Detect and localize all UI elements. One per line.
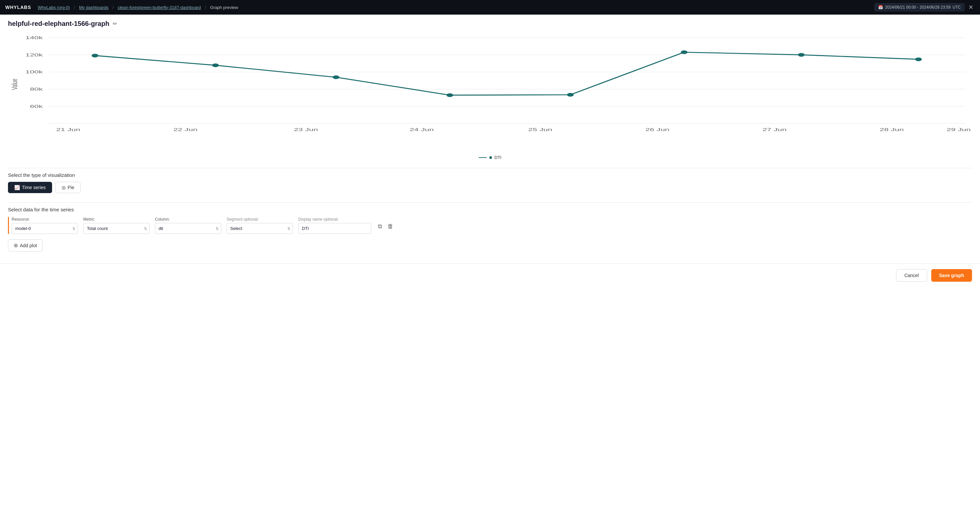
edit-icon[interactable]: ✏	[113, 21, 117, 27]
column-select-wrapper: dti	[155, 223, 221, 234]
topnav: WHYLABS WhyLabs (org-0) / My dashboards …	[0, 0, 980, 14]
time-series-label: Time series	[22, 185, 46, 190]
pie-icon: ◎	[62, 185, 66, 190]
logo: WHYLABS	[5, 5, 31, 10]
breadcrumb-current: Graph preview	[210, 5, 238, 10]
breadcrumb-sep-1: /	[73, 5, 76, 10]
date-range-box[interactable]: 📅 2024/06/21 00:00 - 2024/06/28 23:59 UT…	[875, 3, 964, 11]
close-button[interactable]: ✕	[967, 2, 975, 12]
svg-text:29 Jun: 29 Jun	[947, 127, 971, 132]
svg-text:28 Jun: 28 Jun	[880, 127, 904, 132]
svg-point-16	[567, 93, 574, 97]
chart-legend: DTI	[8, 155, 972, 160]
resource-label: Resource:	[12, 217, 78, 221]
svg-text:60k: 60k	[30, 104, 43, 109]
svg-point-19	[915, 57, 922, 61]
breadcrumb-sep-3: /	[204, 5, 208, 10]
legend-line	[479, 157, 487, 158]
segment-select[interactable]: Select	[227, 223, 293, 234]
calendar-icon: 📅	[878, 5, 883, 10]
svg-text:27 Jun: 27 Jun	[762, 127, 787, 132]
pie-label: Pie	[68, 185, 74, 190]
viz-section-label: Select the type of visualization	[8, 172, 972, 178]
metric-label: Metric:	[83, 217, 150, 221]
resource-select-wrapper: model-0	[12, 223, 78, 234]
segment-select-wrapper: Select	[227, 223, 293, 234]
add-plot-icon: ⊕	[14, 242, 18, 249]
copy-row-button[interactable]: ⧉	[377, 221, 383, 231]
chart-svg: 140k 120k 100k 80k 60k Value	[8, 30, 972, 150]
svg-point-12	[92, 54, 98, 57]
svg-point-13	[212, 64, 219, 67]
breadcrumb-whylabs[interactable]: WhyLabs (org-0)	[38, 5, 70, 10]
display-name-input[interactable]	[298, 223, 371, 234]
add-plot-button[interactable]: ⊕ Add plot	[8, 239, 43, 252]
data-form-label: Select data for the time series	[8, 207, 972, 212]
svg-point-18	[798, 53, 805, 57]
time-series-icon: 📈	[14, 185, 20, 190]
segment-group: Segment optional: Select	[227, 217, 293, 234]
resource-group: Resource: model-0	[8, 217, 78, 234]
svg-text:21 Jun: 21 Jun	[56, 127, 80, 132]
svg-text:140k: 140k	[25, 35, 43, 40]
bottom-actions: Cancel Save graph	[0, 263, 980, 287]
add-plot-label: Add plot	[20, 243, 37, 248]
cancel-button[interactable]: Cancel	[896, 269, 927, 282]
form-row: Resource: model-0 Metric: Total count Co…	[8, 217, 972, 234]
timezone-text: UTC	[953, 5, 961, 10]
resource-select[interactable]: model-0	[12, 223, 78, 234]
legend-dot	[489, 156, 492, 159]
metric-select-wrapper: Total count	[83, 223, 150, 234]
column-group: Column: dti	[155, 217, 221, 234]
time-series-button[interactable]: 📈 Time series	[8, 182, 52, 193]
svg-text:22 Jun: 22 Jun	[173, 127, 197, 132]
topnav-right: 📅 2024/06/21 00:00 - 2024/06/28 23:59 UT…	[875, 2, 975, 12]
svg-text:Value: Value	[10, 79, 19, 90]
divider-2	[8, 202, 972, 203]
delete-row-button[interactable]: 🗑	[386, 221, 395, 231]
svg-text:25 Jun: 25 Jun	[528, 127, 552, 132]
svg-text:100k: 100k	[25, 69, 43, 74]
metric-group: Metric: Total count	[83, 217, 150, 234]
breadcrumb-dashboards[interactable]: My dashboards	[79, 5, 108, 10]
graph-title: helpful-red-elephant-1566-graph	[8, 20, 110, 27]
svg-text:120k: 120k	[25, 52, 43, 57]
viz-buttons: 📈 Time series ◎ Pie	[8, 182, 972, 193]
display-name-group: Display name optional:	[298, 217, 371, 234]
svg-text:26 Jun: 26 Jun	[645, 127, 670, 132]
svg-text:80k: 80k	[30, 87, 43, 92]
segment-label: Segment optional:	[227, 217, 293, 221]
chart-container: 140k 120k 100k 80k 60k Value	[8, 30, 972, 150]
svg-text:23 Jun: 23 Jun	[294, 127, 318, 132]
svg-point-15	[447, 93, 453, 97]
column-select[interactable]: dti	[155, 223, 221, 234]
metric-select[interactable]: Total count	[83, 223, 150, 234]
column-label: Column:	[155, 217, 221, 221]
display-name-label: Display name optional:	[298, 217, 371, 221]
svg-point-14	[333, 75, 339, 79]
save-graph-button[interactable]: Save graph	[931, 269, 972, 282]
svg-text:24 Jun: 24 Jun	[410, 127, 434, 132]
legend-label: DTI	[495, 155, 502, 160]
breadcrumb-dashboard[interactable]: clean-forestgreen-butterfly-3187-dashboa…	[118, 5, 201, 10]
date-range-text: 2024/06/21 00:00 - 2024/06/28 23:59	[885, 5, 951, 10]
row-actions: ⧉ 🗑	[377, 221, 395, 231]
main-content: helpful-red-elephant-1566-graph ✏ 140k 1…	[0, 14, 980, 257]
svg-point-17	[681, 51, 687, 54]
divider-1	[8, 168, 972, 168]
pie-button[interactable]: ◎ Pie	[56, 182, 81, 193]
graph-title-row: helpful-red-elephant-1566-graph ✏	[8, 20, 972, 27]
breadcrumb-sep-2: /	[111, 5, 115, 10]
